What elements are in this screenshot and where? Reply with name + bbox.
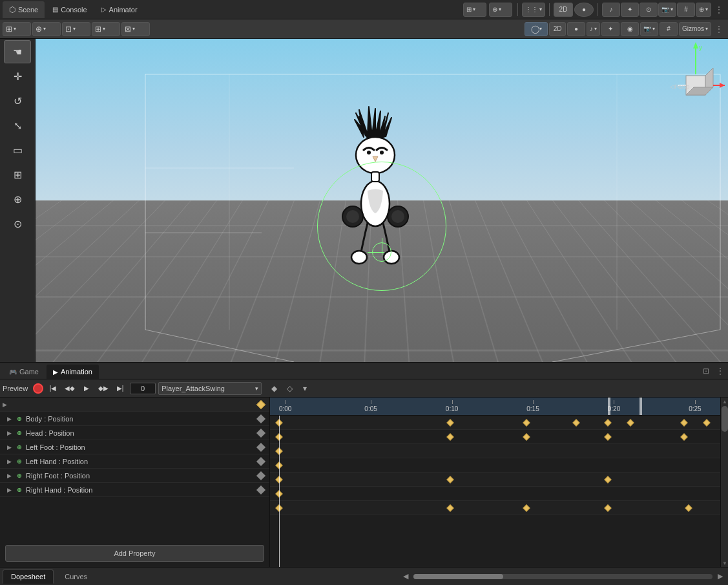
animation-tab[interactable]: ▶ Animation [47, 365, 99, 379]
main-timeline-row[interactable] [270, 416, 720, 430]
frame-input[interactable] [130, 383, 156, 394]
lefthand-kf-2 [446, 476, 453, 483]
world-space-dropdown[interactable]: ⊕ ▾ [32, 22, 61, 36]
grid-scene-btn[interactable]: # [660, 22, 678, 36]
righthand-keyframe-btn[interactable] [256, 485, 265, 494]
console-tab[interactable]: ▤ Console [46, 1, 93, 18]
draw-mode-dropdown[interactable]: ⊞ ▾ [3, 22, 31, 36]
move-tool-btn[interactable]: ✛ [4, 65, 31, 88]
3d-render-btn[interactable]: ◯ ▾ [525, 22, 548, 36]
2d-toggle-btn[interactable]: 2D [549, 22, 566, 36]
dopesheet-tab[interactable]: Dopesheet [3, 569, 54, 584]
global-dropdown[interactable]: ⊕ ▾ [489, 3, 512, 17]
custom-tool-2-btn[interactable]: ⊙ [4, 212, 31, 235]
clip-selector[interactable]: Player_AttackSwing ▾ [158, 382, 262, 395]
hand-tool-btn[interactable]: ☚ [4, 40, 31, 63]
render-mode-2d-btn[interactable]: 2D [554, 3, 573, 17]
left-hand-position-row[interactable]: ▶ ⊕ Left Hand : Position [0, 454, 269, 469]
prev-keyframe-btn[interactable]: ◀◆ [63, 382, 77, 395]
scroll-up-btn[interactable]: ▲ [721, 398, 728, 405]
rightfoot-keyframe-btn[interactable] [256, 471, 265, 480]
head-position-row[interactable]: ▶ ⊕ Head : Position [0, 426, 269, 440]
go-start-btn[interactable]: |◀ [46, 382, 60, 395]
camera-dropdown[interactable]: 📷 ▾ [658, 3, 676, 17]
scale-tool-btn[interactable]: ⤡ [4, 114, 31, 137]
scene-more-btn[interactable]: ⋮ [712, 23, 725, 36]
record-btn[interactable] [33, 383, 43, 394]
leftfoot-pos-timeline-row[interactable] [270, 458, 720, 473]
add-property-btn[interactable]: Add Property [5, 545, 264, 562]
rightfoot-pos-timeline-row[interactable] [270, 487, 720, 501]
fx-scene-btn[interactable]: ✦ [601, 22, 619, 36]
right-foot-position-row[interactable]: ▶ ⊕ Right Foot : Position [0, 469, 269, 483]
timeline-ruler[interactable]: 0:00 0:05 0:10 0:15 0:20 0:25 [270, 398, 720, 416]
game-tab[interactable]: 🎮 Game [3, 365, 45, 379]
head-pos-timeline-row[interactable] [270, 444, 720, 458]
expand-head-icon[interactable]: ▶ [5, 429, 13, 437]
go-end-btn[interactable]: ▶| [113, 382, 127, 395]
body-position-row[interactable]: ▶ ⊕ Body : Position [0, 412, 269, 426]
move-tool-icon: ✛ [14, 70, 22, 83]
summary-keyframe-btn[interactable] [256, 399, 265, 409]
rect-tool-btn[interactable]: ▭ [4, 138, 31, 162]
scrollbar-thumb[interactable] [722, 406, 728, 432]
handle-dropdown[interactable]: ⊡ ▾ [62, 22, 90, 36]
right-hand-position-row[interactable]: ▶ ⊕ Right Hand : Position [0, 483, 269, 497]
add-event-btn[interactable]: ◇ [282, 382, 296, 395]
scale-snap-dropdown[interactable]: ⊠ ▾ [121, 22, 150, 36]
snap-dropdown[interactable]: ⋮⋮ ▾ [522, 3, 545, 17]
custom-tool-1-btn[interactable]: ⊕ [4, 187, 31, 211]
more-menu-btn[interactable]: ⋮ [712, 3, 725, 16]
grid-btn[interactable]: # [677, 3, 695, 17]
rotate-tool-btn[interactable]: ↺ [4, 89, 31, 112]
lefthand-keyframe-btn[interactable] [256, 456, 265, 465]
timeline-horizontal-scrollbar[interactable] [413, 574, 712, 579]
vertical-scrollbar[interactable]: ▲ ▼ [720, 398, 728, 567]
scale-tool-icon: ⤡ [14, 120, 22, 132]
animator-tab[interactable]: ▷ Animator [95, 1, 144, 18]
fx-btn[interactable]: ✦ [621, 3, 639, 17]
expand-rightfoot-icon[interactable]: ▶ [5, 472, 13, 480]
summary-property-row[interactable]: ▶ [0, 398, 269, 412]
maximize-btn[interactable]: ⊡ [701, 366, 711, 376]
body-pos-timeline-row[interactable] [270, 430, 720, 444]
scene-tab[interactable]: ⬡ Scene [3, 1, 45, 18]
end-marker-1 [608, 398, 610, 415]
anim-settings-btn[interactable]: ▾ [298, 382, 312, 395]
lefthand-pos-timeline-row[interactable] [270, 473, 720, 487]
animation-controls-bar: Preview |◀ ◀◆ ▶ ◆▶ ▶| Player_AttackSwing… [0, 379, 728, 398]
scene-viewport[interactable]: y ◁Persp [36, 39, 728, 362]
scene-vis-btn[interactable]: ⊙ [640, 3, 658, 17]
light-toggle-btn[interactable]: ● [567, 22, 585, 36]
timeline-scroll-left[interactable]: ◀ [400, 571, 411, 582]
timeline-scrollbar-thumb[interactable] [413, 574, 503, 579]
audio-btn[interactable]: ♪ [602, 3, 620, 17]
scrollbar-track[interactable] [721, 405, 728, 559]
expand-leftfoot-icon[interactable]: ▶ [5, 443, 13, 451]
leftfoot-keyframe-btn[interactable] [256, 442, 265, 451]
righthand-pos-timeline-row[interactable] [270, 501, 720, 515]
curves-tab[interactable]: Curves [56, 569, 96, 584]
head-keyframe-btn[interactable] [256, 428, 265, 437]
panel-menu-btn[interactable]: ⋮ [715, 366, 725, 376]
body-keyframe-btn[interactable] [256, 414, 265, 423]
expand-lefthand-icon[interactable]: ▶ [5, 458, 13, 465]
view-tools: ♪ ✦ ⊙ 📷 ▾ # ⊕ ▾ [602, 3, 711, 17]
expand-righthand-icon[interactable]: ▶ [5, 486, 13, 494]
lighting-btn[interactable]: ● [574, 3, 594, 17]
add-keyframe-btn[interactable]: ◆ [267, 382, 281, 395]
expand-body-icon[interactable]: ▶ [5, 415, 13, 423]
left-foot-position-row[interactable]: ▶ ⊕ Left Foot : Position [0, 440, 269, 454]
timeline-scroll-right[interactable]: ▶ [715, 571, 725, 582]
gizmo-dropdown[interactable]: ⊕ ▾ [696, 3, 711, 17]
transform-tool-btn[interactable]: ⊞ [4, 163, 31, 186]
hidden-btn[interactable]: ◉ [621, 22, 639, 36]
audio-scene-dropdown[interactable]: ♪ ▾ [587, 22, 600, 36]
cam-scene-dropdown[interactable]: 📷 ▾ [640, 22, 658, 36]
play-btn[interactable]: ▶ [79, 382, 94, 395]
next-keyframe-btn[interactable]: ◆▶ [96, 382, 110, 395]
transform-dropdown[interactable]: ⊞ ▾ [463, 3, 486, 17]
gizmos-scene-dropdown[interactable]: Gizmos ▾ [679, 22, 711, 36]
move-snap-dropdown[interactable]: ⊞ ▾ [92, 22, 120, 36]
scroll-down-btn[interactable]: ▼ [721, 559, 728, 567]
